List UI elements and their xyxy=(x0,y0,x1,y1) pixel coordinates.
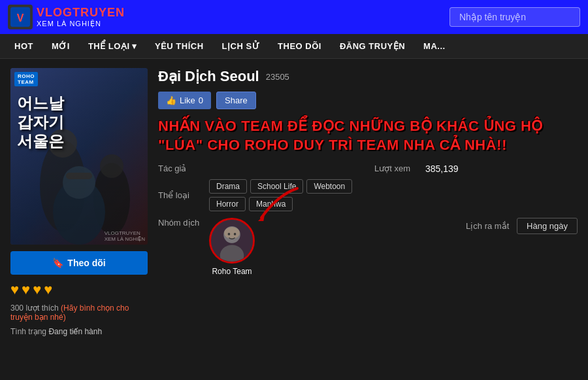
nav-yeuthich[interactable]: YÊU THÍCH xyxy=(146,34,213,59)
chevron-down-icon: ▾ xyxy=(132,41,137,51)
manga-title-row: Đại Dịch Seoul 23505 xyxy=(158,68,578,85)
main-content: ROHOTEAM 어느날갑자기서울은 VLOGTRUYENXEM LÀ NGHI… xyxy=(0,59,588,380)
star-1[interactable]: ♥ xyxy=(10,281,19,298)
header: V VLOGTRUYEN XEM LÀ NGHIỆN xyxy=(0,0,588,34)
tag-horror[interactable]: Horror xyxy=(209,197,246,211)
luot-xem-label: Lượt xem xyxy=(374,164,420,173)
star-3[interactable]: ♥ xyxy=(33,281,41,298)
status-info: Tình trạng Đang tiến hành xyxy=(10,327,148,336)
header-search[interactable] xyxy=(449,7,580,27)
luot-xem-row: Lượt xem 385,139 xyxy=(374,164,578,174)
info-grid: Tác giả Lượt xem 385,139 Thể loại Drama … xyxy=(158,164,578,211)
watermark: VLOGTRUYENXEM LÀ NGHIỆN xyxy=(105,230,145,242)
manga-korean-title: 어느날갑자기서울은 xyxy=(17,94,64,150)
empty-cell xyxy=(374,179,578,211)
arrow-svg xyxy=(252,182,304,221)
star-4[interactable]: ♥ xyxy=(44,281,52,298)
tag-webtoon[interactable]: Webtoon xyxy=(306,179,352,194)
rating-text: lượt thích xyxy=(25,303,58,313)
tinh-trang-label: Tình trạng xyxy=(10,327,46,336)
luot-xem-value: 385,139 xyxy=(425,164,459,174)
lich-ra-mat-group: Lịch ra mắt Hàng ngày xyxy=(466,218,578,234)
lich-ra-mat-label: Lịch ra mắt xyxy=(466,221,512,231)
nav-more[interactable]: MA... xyxy=(414,34,455,59)
logo-title: VLOGTRUYEN xyxy=(37,7,125,20)
rating-info: 300 lượt thích (Hãy bình chọn cho truyện… xyxy=(10,303,148,322)
tag-drama[interactable]: Drama xyxy=(209,179,247,194)
chapter-badge: 23505 xyxy=(266,72,289,82)
manga-cover: ROHOTEAM 어느날갑자기서울은 VLOGTRUYENXEM LÀ NGHI… xyxy=(10,68,148,245)
nav-theloai[interactable]: THỂ LOẠI ▾ xyxy=(79,34,146,59)
follow-button[interactable]: 🔖 Theo dõi xyxy=(10,251,148,275)
rating-stars: ♥ ♥ ♥ ♥ xyxy=(10,281,148,298)
left-panel: ROHOTEAM 어느날갑자기서울은 VLOGTRUYENXEM LÀ NGHI… xyxy=(10,68,148,371)
roho-badge: ROHOTEAM xyxy=(14,72,38,86)
schedule-button[interactable]: Hàng ngày xyxy=(517,218,578,234)
likes-count: 300 xyxy=(10,303,24,313)
logo-icon: V xyxy=(8,5,33,29)
announcement-text: NHẤN VÀO TEAM ĐỂ ĐỌC NHỮNG BỘ KHÁC ỦNG H… xyxy=(158,117,578,154)
star-2[interactable]: ♥ xyxy=(22,281,30,298)
like-button[interactable]: 👍 Like 0 xyxy=(158,92,211,109)
social-bar: 👍 Like 0 Share xyxy=(158,92,578,109)
logo-area: V VLOGTRUYEN XEM LÀ NGHIỆN xyxy=(8,5,125,29)
svg-marker-17 xyxy=(258,215,265,221)
nav-moi[interactable]: MỚI xyxy=(42,34,79,59)
nhom-dich-left: Nhóm dịch xyxy=(158,218,255,276)
logo-subtitle: XEM LÀ NGHIỆN xyxy=(37,20,125,27)
bookmark-icon: 🔖 xyxy=(52,258,63,268)
nav-bar: HOT MỚI THỂ LOẠI ▾ YÊU THÍCH LỊCH SỬ THE… xyxy=(0,34,588,59)
svg-text:V: V xyxy=(17,12,24,24)
red-circle-border xyxy=(209,218,255,264)
follow-label: Theo dõi xyxy=(67,258,105,268)
cover-art: ROHOTEAM 어느날갑자기서울은 VLOGTRUYENXEM LÀ NGHI… xyxy=(10,68,148,245)
nav-lichsu[interactable]: LỊCH SỬ xyxy=(213,34,269,59)
nav-theodoi[interactable]: THEO DÕI xyxy=(269,34,331,59)
tac-gia-label: Tác giả xyxy=(158,164,204,173)
logo-text: VLOGTRUYEN XEM LÀ NGHIỆN xyxy=(37,7,125,27)
nhom-dich-label: Nhóm dịch xyxy=(158,218,204,228)
group-row: Nhóm dịch xyxy=(158,218,578,276)
search-input[interactable] xyxy=(449,7,580,27)
thumbs-up-icon: 👍 xyxy=(166,95,176,105)
share-button[interactable]: Share xyxy=(216,92,256,109)
right-panel: Đại Dịch Seoul 23505 👍 Like 0 Share NHẤN… xyxy=(158,68,578,371)
like-count: 0 xyxy=(199,95,203,105)
translator-avatar xyxy=(209,218,255,264)
translator-name: Roho Team xyxy=(212,267,252,276)
the-loai-label: Thể loại xyxy=(158,190,204,200)
manga-title: Đại Dịch Seoul xyxy=(158,68,259,85)
nav-dangtruyen[interactable]: ĐĂNG TRUYỆN xyxy=(331,34,414,59)
nav-hot[interactable]: HOT xyxy=(5,34,42,59)
translator-avatar-wrapper[interactable]: Roho Team xyxy=(209,218,255,276)
tac-gia-row: Tác giả xyxy=(158,164,361,174)
like-label: Like xyxy=(180,95,195,105)
tinh-trang-value: Đang tiến hành xyxy=(48,327,102,336)
